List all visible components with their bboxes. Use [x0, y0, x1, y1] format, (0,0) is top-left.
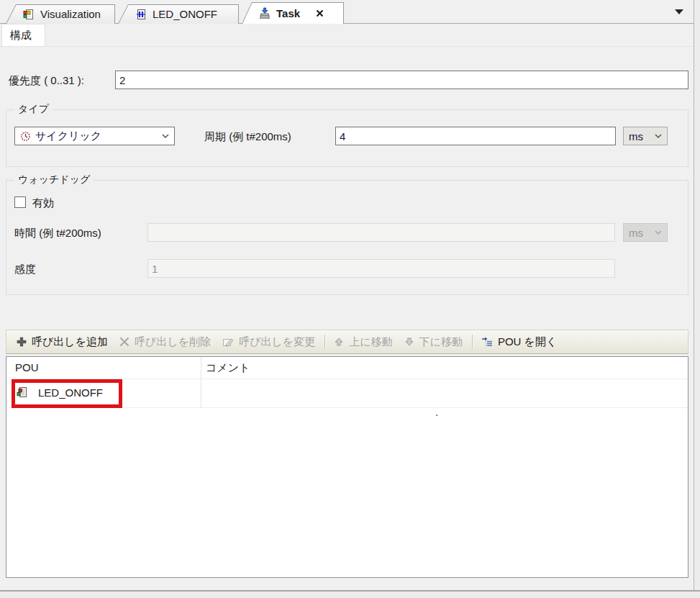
- enable-watchdog-label: 有効: [32, 196, 54, 210]
- document-tab-strip: Visualization LED_ONOFF: [0, 0, 700, 24]
- type-group-title: タイプ: [14, 103, 53, 116]
- task-icon: [259, 7, 271, 19]
- stray-period-mark: .: [435, 406, 438, 418]
- watchdog-group-title: ウォッチドッグ: [14, 173, 94, 186]
- call-table: POU コメント LED_ONOFF .: [6, 356, 688, 578]
- toolbar-label: 呼び出しを追加: [32, 335, 108, 349]
- row-divider: [6, 407, 688, 408]
- move-up-button: 上に移動: [330, 335, 396, 349]
- chevron-down-icon: [655, 230, 662, 235]
- sensitivity-input: [147, 259, 615, 278]
- add-call-button[interactable]: 呼び出しを追加: [13, 335, 112, 349]
- toolbar-label: 呼び出しを変更: [239, 335, 315, 349]
- watchdog-time-unit-value: ms: [629, 227, 643, 239]
- task-type-select[interactable]: サイクリック: [14, 127, 175, 145]
- tab-label: LED_ONOFF: [153, 8, 217, 20]
- panel-right-gutter: [694, 0, 700, 592]
- table-row[interactable]: LED_ONOFF: [6, 379, 688, 407]
- open-pou-icon: [481, 336, 493, 348]
- toolbar-separator: [324, 335, 325, 349]
- subtab-label: 構成: [10, 29, 32, 41]
- tab-task[interactable]: Task: [242, 2, 344, 24]
- tab-configuration[interactable]: 構成: [1, 24, 45, 46]
- delete-call-icon: [119, 337, 129, 347]
- delete-call-button: 呼び出しを削除: [116, 335, 214, 349]
- tab-led-onoff[interactable]: LED_ONOFF: [118, 4, 239, 24]
- open-pou-button[interactable]: POU を開く: [478, 335, 560, 349]
- dropdown-arrow-icon[interactable]: [675, 9, 683, 14]
- move-down-button: 下に移動: [401, 335, 466, 349]
- toolbar-label: 上に移動: [349, 335, 392, 349]
- chevron-down-icon: [655, 134, 662, 138]
- pou-cell: LED_ONOFF: [38, 386, 103, 399]
- period-unit-value: ms: [629, 130, 643, 142]
- column-header-comment[interactable]: コメント: [206, 361, 250, 375]
- subtab-strip-divider: [0, 46, 694, 47]
- close-icon[interactable]: [316, 9, 324, 17]
- clock-icon: [20, 131, 31, 142]
- watchdog-time-label: 時間 (例 t#200ms): [14, 227, 101, 240]
- toolbar-label: POU を開く: [498, 335, 557, 349]
- task-configuration-panel: Visualization LED_ONOFF: [0, 0, 700, 598]
- pou-icon: [135, 9, 147, 20]
- chevron-down-icon: [162, 134, 169, 138]
- priority-label: 優先度 ( 0..31 ):: [9, 74, 84, 88]
- enable-watchdog-checkbox[interactable]: [14, 196, 26, 208]
- tab-label: Task: [276, 7, 300, 19]
- move-down-icon: [404, 337, 414, 347]
- visualization-icon: [23, 9, 35, 20]
- period-input[interactable]: [335, 127, 616, 145]
- task-type-value: サイクリック: [35, 130, 101, 143]
- change-call-icon: [222, 337, 234, 348]
- move-up-icon: [334, 337, 344, 347]
- priority-input[interactable]: [115, 71, 688, 89]
- toolbar-separator: [472, 335, 473, 349]
- program-pou-icon: [17, 386, 28, 398]
- period-unit-select[interactable]: ms: [623, 127, 668, 145]
- column-header-pou[interactable]: POU: [15, 361, 39, 373]
- period-label: 周期 (例 t#200ms): [204, 130, 291, 144]
- watchdog-time-input: [147, 223, 615, 242]
- sensitivity-label: 感度: [14, 263, 36, 276]
- change-call-button: 呼び出しを変更: [219, 335, 319, 349]
- watchdog-time-unit-select: ms: [623, 223, 668, 242]
- bottom-margin: [0, 592, 700, 598]
- call-toolbar: 呼び出しを追加 呼び出しを削除 呼び出しを変更: [6, 330, 688, 354]
- tab-visualization[interactable]: Visualization: [6, 4, 115, 24]
- tab-label: Visualization: [40, 8, 101, 20]
- toolbar-label: 下に移動: [419, 335, 463, 349]
- add-call-icon: [17, 337, 27, 347]
- toolbar-label: 呼び出しを削除: [135, 335, 211, 349]
